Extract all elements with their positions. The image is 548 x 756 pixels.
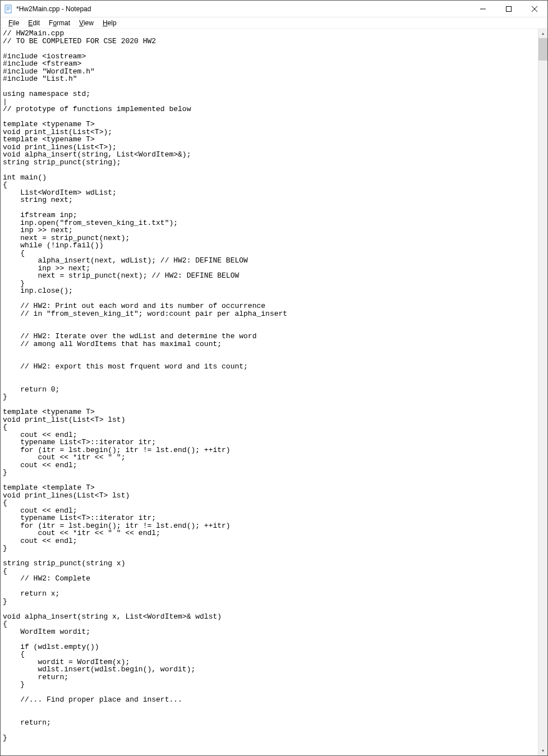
menu-view[interactable]: View [75,18,98,28]
text-editor[interactable]: // HW2Main.cpp // TO BE COMPLETED FOR CS… [1,29,538,755]
window-controls [470,1,547,17]
menubar: File Edit Format View Help [1,17,547,29]
scroll-thumb[interactable] [538,38,547,61]
window-title: *Hw2Main.cpp - Notepad [16,5,470,13]
menu-file[interactable]: File [4,18,24,28]
scroll-up-arrow[interactable]: ▴ [538,29,547,38]
menu-edit[interactable]: Edit [24,18,44,28]
svg-rect-6 [506,6,512,11]
titlebar: *Hw2Main.cpp - Notepad [1,1,547,17]
close-button[interactable] [522,1,547,17]
editor-container: // HW2Main.cpp // TO BE COMPLETED FOR CS… [1,29,547,755]
vertical-scrollbar[interactable]: ▴ ▾ [538,29,547,755]
menu-help[interactable]: Help [98,18,121,28]
scroll-down-arrow[interactable]: ▾ [538,746,547,755]
notepad-icon [4,4,13,13]
menu-format[interactable]: Format [44,18,75,28]
minimize-button[interactable] [470,1,496,17]
maximize-button[interactable] [496,1,522,17]
